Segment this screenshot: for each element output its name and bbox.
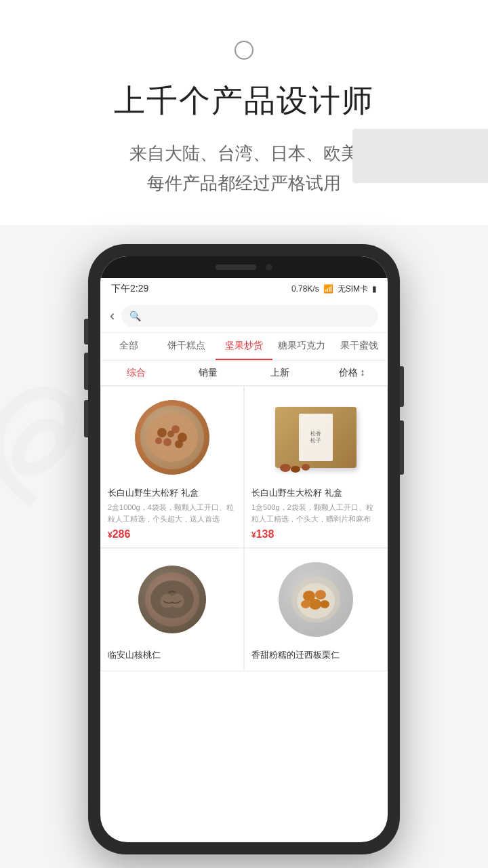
svg-point-0 (146, 413, 198, 462)
category-tabs: 全部 饼干糕点 坚果炒货 糖果巧克力 果干蜜饯 (100, 333, 388, 361)
svg-point-15 (315, 590, 326, 599)
product-name-3: 临安山核桃仁 (108, 649, 237, 661)
product-image-1 (108, 393, 237, 481)
svg-point-9 (291, 466, 300, 473)
product-desc-1: 2盒1000g，4袋装，颗颗人工开口、粒粒人工精选，个头超大，送人首选 (108, 502, 237, 524)
product-price-1: ¥286 (108, 528, 237, 540)
product-name-2: 长白山野生大松籽 礼盒 (251, 487, 380, 499)
sort-tab-price[interactable]: 价格 ↕ (316, 361, 388, 385)
phone-top-bar (100, 256, 388, 278)
phone-screen: 下午2:29 0.78K/s 📶 无SIM卡 ▮ ‹ 🔍 全部 饼干糕点 (100, 256, 388, 842)
cat-tab-nuts[interactable]: 坚果炒货 (216, 333, 273, 360)
product-name-4: 香甜粉糯的迁西板栗仁 (251, 649, 380, 661)
product-grid: 长白山野生大松籽 礼盒 2盒1000g，4袋装，颗颗人工开口、粒粒人工精选，个头… (100, 386, 388, 671)
product-image-4 (251, 555, 380, 644)
product-name-1: 长白山野生大松籽 礼盒 (108, 487, 237, 499)
status-time: 下午2:29 (111, 283, 148, 295)
hero-section: 上千个产品设计师 来自大陆、台湾、日本、欧美 每件产品都经过严格试用 (0, 0, 488, 225)
svg-point-10 (302, 464, 310, 471)
walnut-bowl-image (138, 566, 206, 633)
product-card-1[interactable]: 长白山野生大松籽 礼盒 2盒1000g，4袋装，颗颗人工开口、粒粒人工精选，个头… (101, 387, 243, 547)
cat-tab-dried-fruit[interactable]: 果干蜜饯 (330, 333, 388, 360)
wifi-icon: 📶 (323, 284, 333, 294)
cat-tab-cookies[interactable]: 饼干糕点 (158, 333, 216, 360)
product-card-4[interactable]: 香甜粉糯的迁西板栗仁 (245, 549, 387, 671)
status-bar: 下午2:29 0.78K/s 📶 无SIM卡 ▮ (100, 278, 388, 300)
svg-point-8 (280, 464, 291, 472)
phone-mockup: 下午2:29 0.78K/s 📶 无SIM卡 ▮ ‹ 🔍 全部 饼干糕点 (88, 244, 400, 854)
sort-tabs: 综合 销量 上新 价格 ↕ (100, 361, 388, 386)
sort-tab-overall[interactable]: 综合 (100, 361, 172, 385)
deco-bar (352, 129, 488, 183)
chestnut-plate-image (279, 562, 353, 637)
svg-point-7 (167, 431, 174, 437)
svg-point-4 (163, 438, 171, 446)
deco-swirl (0, 380, 88, 515)
circle-icon (235, 41, 253, 60)
phone-shell: 下午2:29 0.78K/s 📶 无SIM卡 ▮ ‹ 🔍 全部 饼干糕点 (88, 244, 400, 854)
svg-point-18 (320, 600, 329, 608)
status-right: 0.78K/s 📶 无SIM卡 ▮ (291, 283, 377, 295)
svg-point-16 (309, 599, 321, 610)
speaker (216, 264, 256, 270)
product-desc-2: 1盒500g，2袋装，颗颗人工开口、粒粒人工精选，个头大，赠剥片和麻布 (251, 502, 380, 524)
silent-button (84, 319, 88, 344)
search-input-mock[interactable]: 🔍 (121, 305, 378, 327)
vol-up-button (84, 353, 88, 390)
search-bar-row: ‹ 🔍 (100, 300, 388, 333)
product-price-2: ¥138 (251, 528, 380, 540)
gift-box-image: 松香松子 (275, 407, 357, 468)
vol-down-button (84, 400, 88, 437)
sim-status: 无SIM卡 (338, 283, 368, 295)
sort-tab-sales[interactable]: 销量 (172, 361, 244, 385)
back-button[interactable]: ‹ (110, 307, 115, 325)
product-card-3[interactable]: 临安山核桃仁 (101, 549, 243, 671)
network-speed: 0.78K/s (291, 284, 319, 294)
product-card-2[interactable]: 松香松子 长白山野生大松籽 礼盒 1盒500g，2袋装，颗颗人工开口、粒粒人工精… (245, 387, 387, 547)
battery-icon: ▮ (372, 284, 377, 294)
product-image-3 (108, 555, 237, 644)
search-icon: 🔍 (129, 311, 141, 321)
svg-point-17 (301, 600, 310, 608)
nuts-bowl-image (135, 400, 209, 475)
svg-point-1 (157, 428, 167, 437)
main-title: 上千个产品设计师 (0, 80, 488, 122)
svg-point-6 (155, 437, 162, 444)
sort-tab-new[interactable]: 上新 (244, 361, 316, 385)
cat-tab-all[interactable]: 全部 (100, 333, 158, 360)
cat-tab-candy[interactable]: 糖果巧克力 (272, 333, 330, 360)
product-image-2: 松香松子 (251, 393, 380, 481)
svg-point-5 (175, 440, 183, 448)
front-camera (266, 264, 272, 271)
